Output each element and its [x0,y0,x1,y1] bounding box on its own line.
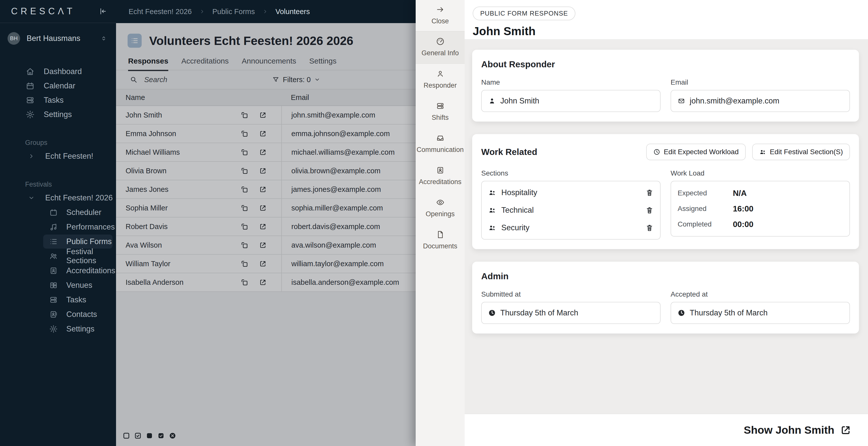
table-row[interactable]: Michael Williams michael.williams@exampl… [116,143,416,162]
tab-accreditations[interactable]: Accreditations [181,57,228,70]
admin-card: Admin Submitted at Thursday 5th of March… [472,262,859,333]
external-link-icon[interactable] [259,186,267,193]
workload-row-label: Completed [678,220,733,228]
table-row[interactable]: Sophia Miller sophia.miller@example.com [116,199,416,218]
external-link-icon[interactable] [259,279,267,286]
rail-item-accreditations[interactable]: Accreditations [416,160,465,192]
tasks-icon [26,96,35,105]
open-window-icon[interactable] [241,111,248,119]
open-window-icon[interactable] [241,149,248,156]
square-filled-icon[interactable] [146,432,153,440]
rail-item-general-info[interactable]: General Info [416,32,465,64]
sidebar-item-scheduler[interactable]: Scheduler [43,205,113,220]
open-window-icon[interactable] [241,167,248,175]
checkbox-empty-icon[interactable] [123,432,130,440]
tab-settings[interactable]: Settings [309,57,336,70]
button-label: Edit Expected Workload [664,148,739,156]
sidebar-item-dashboard[interactable]: Dashboard [0,64,116,78]
open-window-icon[interactable] [241,223,248,230]
open-window-icon[interactable] [241,204,248,212]
table-row[interactable]: John Smith john.smith@example.com [116,106,416,125]
table-row[interactable]: Robert Davis robert.davis@example.com [116,218,416,236]
card-heading: Work Related [481,147,537,157]
external-link-icon[interactable] [259,149,267,156]
external-link-icon[interactable] [259,260,267,268]
workload-label: Work Load [671,169,850,177]
table-row[interactable]: William Taylor william.taylor@example.co… [116,255,416,273]
external-link-icon[interactable] [259,241,267,249]
user-menu[interactable]: BH Bert Hausmans [0,23,116,45]
trash-icon[interactable] [646,189,653,197]
tab-responses[interactable]: Responses [128,57,168,70]
sidebar-item-festival-settings[interactable]: Settings [43,322,113,336]
collapse-sidebar-icon[interactable] [98,7,106,15]
sidebar-item-festival-tasks[interactable]: Tasks [43,293,113,307]
row-name: James Jones [126,185,168,194]
rail-item-responder[interactable]: Responder [416,64,465,96]
external-link-icon[interactable] [259,167,267,175]
open-window-icon[interactable] [241,260,248,268]
breadcrumb-festival[interactable]: Echt Feesten! 2026 [129,7,192,16]
chevron-down-icon [28,195,35,201]
sections-box: Hospitality Technical Security [481,181,660,240]
sidebar-item-contacts[interactable]: Contacts [43,307,113,321]
rail-item-communication[interactable]: Communication [416,128,465,160]
trash-icon[interactable] [646,224,653,232]
table-row[interactable]: Olivia Brown olivia.brown@example.com [116,162,416,180]
open-window-icon[interactable] [241,186,248,193]
table-row[interactable]: Ava Wilson ava.wilson@example.com [116,236,416,255]
workload-row-value: N/A [733,189,843,198]
rail-label: Shifts [432,113,449,122]
table-row[interactable]: Isabella Anderson isabella.anderson@exam… [116,273,416,292]
sidebar-item-settings[interactable]: Settings [0,107,116,122]
external-link-icon[interactable] [259,204,267,212]
open-window-icon[interactable] [241,279,248,286]
groups-section-label: Groups [0,136,116,149]
response-type-badge: PUBLIC FORM RESPONSE [473,6,576,20]
column-header-email[interactable]: Email [281,89,416,105]
rail-item-documents[interactable]: Documents [416,224,465,257]
filters-dropdown[interactable]: Filters: 0 [272,75,320,84]
table-row[interactable]: Emma Johnson emma.johnson@example.com [116,125,416,143]
external-link-icon[interactable] [259,130,267,138]
sidebar-item-accreditations[interactable]: Accreditations [43,264,113,278]
row-email: ava.wilson@example.com [281,236,416,254]
close-drawer-button[interactable]: Close [416,0,465,32]
breadcrumb-public-forms[interactable]: Public Forms [213,7,255,16]
trash-icon[interactable] [646,206,653,214]
open-window-icon[interactable] [241,130,248,138]
sidebar-item-public-forms[interactable]: Public Forms [43,234,113,249]
rail-item-shifts[interactable]: Shifts [416,96,465,128]
accepted-at-field[interactable]: Thursday 5th of March [671,302,850,324]
name-field[interactable]: John Smith [481,90,660,112]
row-email: john.smith@example.com [281,106,416,124]
rail-item-openings[interactable]: Openings [416,192,465,224]
tab-announcements[interactable]: Announcements [242,57,297,70]
sidebar-item-performances[interactable]: Performances [43,220,113,234]
people-icon [49,252,58,260]
sidebar-item-calendar[interactable]: Calendar [0,78,116,93]
checkbox-checked-icon[interactable] [134,432,142,440]
sidebar-item-label: Tasks [44,96,64,105]
sidebar-item-festival-sections[interactable]: Festival Sections [43,249,113,263]
open-window-icon[interactable] [241,241,248,249]
square-check-filled-icon[interactable] [157,432,165,440]
email-field[interactable]: john.smith@example.com [671,90,850,112]
external-link-icon[interactable] [259,111,267,119]
edit-festival-sections-button[interactable]: Edit Festival Section(S) [752,144,850,160]
table-row[interactable]: James Jones james.jones@example.com [116,180,416,199]
submitted-at-field[interactable]: Thursday 5th of March [481,302,660,324]
sidebar: CRESCΛT BH Bert Hausmans Dashboard Calen… [0,0,116,446]
sidebar-item-tasks[interactable]: Tasks [0,93,116,107]
edit-expected-workload-button[interactable]: Edit Expected Workload [646,144,746,160]
show-responder-link[interactable]: Show John Smith [744,424,834,436]
search-input[interactable]: Search [144,75,235,84]
column-header-name[interactable]: Name [116,89,281,105]
sidebar-item-group-echt-feesten[interactable]: Echt Feesten! [0,149,116,163]
sidebar-item-festival-2026[interactable]: Echt Feesten! 2026 [0,191,116,205]
sections-label: Sections [481,169,660,177]
sidebar-item-venues[interactable]: Venues [43,278,113,292]
external-link-icon[interactable] [259,223,267,230]
external-link-icon[interactable] [840,424,851,436]
circle-x-icon[interactable] [169,432,176,440]
